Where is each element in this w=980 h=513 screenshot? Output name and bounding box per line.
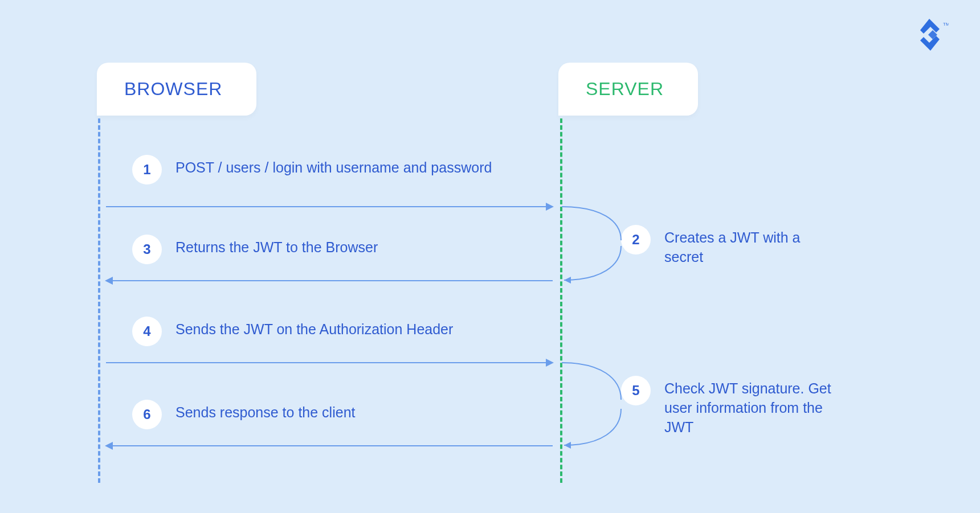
svg-text:TM: TM [943,22,949,27]
svg-marker-2 [564,442,571,449]
step-6: 6 Sends response to the client [132,400,355,429]
step-1: 1 POST / users / login with username and… [132,155,492,184]
step-5-text: Check JWT signature. Get user informatio… [664,376,835,437]
step-5-number: 5 [621,376,651,405]
server-loop-2 [561,206,612,281]
step-2: 2 Creates a JWT with a secret [621,225,835,267]
step-2-number: 2 [621,225,651,255]
step-6-text: Sends response to the client [175,400,355,422]
step-3-number: 3 [132,235,162,264]
step-4-text: Sends the JWT on the Authorization Heade… [175,317,453,339]
arrow-3-left [106,280,553,281]
browser-lifeline [98,118,100,483]
step-6-number: 6 [132,400,162,429]
arrow-1-right [106,206,553,207]
browser-header: BROWSER [97,63,256,116]
step-2-text: Creates a JWT with a secret [664,225,835,267]
step-1-number: 1 [132,155,162,184]
arrow-6-left [106,445,553,446]
step-5: 5 Check JWT signature. Get user informat… [621,376,835,437]
step-4-number: 4 [132,317,162,346]
server-loop-5 [561,362,612,446]
server-header-label: SERVER [586,79,664,99]
server-header: SERVER [558,63,698,116]
step-4: 4 Sends the JWT on the Authorization Hea… [132,317,453,346]
step-1-text: POST / users / login with username and p… [175,155,492,178]
svg-marker-1 [564,277,571,284]
browser-header-label: BROWSER [124,79,222,99]
step-3: 3 Returns the JWT to the Browser [132,235,378,264]
step-3-text: Returns the JWT to the Browser [175,235,378,257]
toptal-logo: TM [920,19,949,51]
arrow-4-right [106,362,553,363]
